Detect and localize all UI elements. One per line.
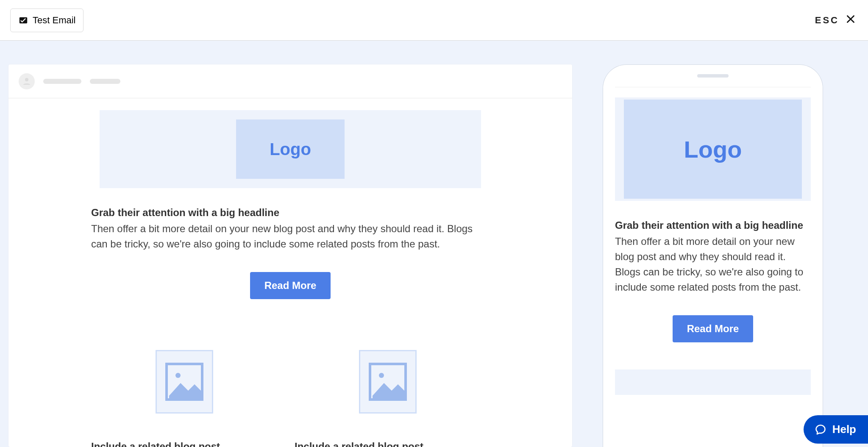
cta-label: Read More [264,280,317,291]
avatar-placeholder-icon [19,73,35,89]
help-label: Help [832,423,856,436]
read-more-button[interactable]: Read More [250,272,331,299]
check-envelope-icon [18,15,28,25]
svg-point-5 [379,373,384,378]
mobile-logo-hero-block: Logo [615,97,811,201]
logo-hero-block: Logo [100,110,481,188]
related-post: Include a related blog post [91,350,278,447]
test-email-label: Test Email [33,15,75,26]
chat-icon [815,424,826,436]
logo-text: Logo [270,140,311,159]
help-button[interactable]: Help [804,415,868,444]
email-content: Logo Grab their attention with a big hea… [100,110,481,447]
sender-placeholder [43,79,81,84]
esc-label: ESC [815,15,839,26]
close-icon [845,14,856,27]
email-headline: Grab their attention with a big headline [91,207,481,219]
logo-placeholder: Logo [236,119,345,179]
mobile-email-subtext: Then offer a bit more detail on your new… [615,234,811,295]
desktop-preview-panel: Logo Grab their attention with a big hea… [8,64,572,447]
test-email-button[interactable]: Test Email [10,8,83,32]
svg-point-1 [25,78,28,81]
related-title: Include a related blog post [295,441,481,447]
mobile-email-headline: Grab their attention with a big headline [615,219,811,231]
related-post: Include a related blog post [295,350,481,447]
image-placeholder-icon [359,350,417,414]
mobile-image-placeholder-block [615,369,811,395]
subject-placeholder [90,79,120,84]
svg-point-3 [175,373,181,378]
desktop-preview-header [8,64,572,98]
related-posts-row: Include a related blog post Include a r [91,350,481,447]
mobile-preview-panel: Logo Grab their attention with a big hea… [603,64,823,447]
mobile-logo-text: Logo [684,136,742,163]
preview-workspace: Logo Grab their attention with a big hea… [0,41,868,447]
close-esc-button[interactable]: ESC [815,14,856,27]
related-title: Include a related blog post [91,441,278,447]
topbar: Test Email ESC [0,0,868,41]
desktop-preview-scroll[interactable]: Logo Grab their attention with a big hea… [8,98,572,447]
phone-speaker-icon [697,74,729,78]
email-subtext: Then offer a bit more detail on your new… [91,221,481,252]
mobile-logo-placeholder: Logo [624,100,802,199]
mobile-preview-scroll[interactable]: Logo Grab their attention with a big hea… [615,87,811,447]
image-placeholder-icon [156,350,213,414]
mobile-cta-label: Read More [687,323,739,334]
mobile-read-more-button[interactable]: Read More [673,315,754,342]
